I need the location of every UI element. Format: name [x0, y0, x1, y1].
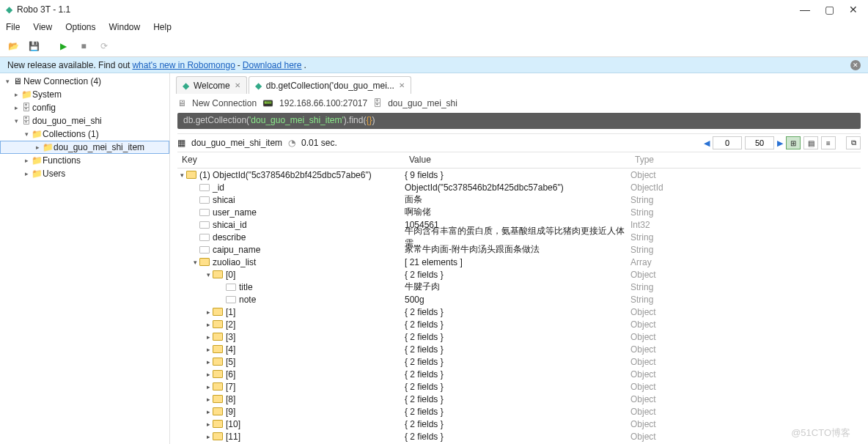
row-key: [3]: [226, 332, 235, 342]
notice-link-download[interactable]: Download here: [243, 60, 302, 70]
rotate-button[interactable]: ⟳: [95, 37, 113, 55]
tree-toggle-icon[interactable]: ▸: [204, 321, 213, 328]
tree-db[interactable]: ▾🗄dou_guo_mei_shi: [0, 114, 169, 127]
row-type: Object: [630, 382, 861, 392]
notice-link-whatsnew[interactable]: what's new in Robomongo: [132, 60, 235, 70]
grid-row[interactable]: ▸[4]{ 2 fields }Object: [177, 343, 861, 355]
row-type: ObjectId: [630, 182, 861, 193]
row-key: [7]: [226, 382, 235, 392]
grid-row[interactable]: ▸[2]{ 2 fields }Object: [177, 318, 861, 330]
tree-toggle-icon[interactable]: ▸: [204, 421, 213, 428]
tree-connection[interactable]: ▾🖥New Connection (4): [0, 75, 169, 88]
header-value[interactable]: Value: [405, 152, 630, 168]
tree-toggle-icon[interactable]: ▸: [204, 346, 213, 353]
maximize-button[interactable]: ▢: [825, 4, 834, 15]
tab-close-icon[interactable]: ✕: [235, 81, 240, 89]
close-button[interactable]: ✕: [849, 4, 858, 15]
grid-row[interactable]: ▸[6]{ 2 fields }Object: [177, 368, 861, 380]
grid-row[interactable]: ▸[10]{ 2 fields }Object: [177, 418, 861, 430]
obj-icon: [213, 432, 223, 440]
query-string: 'dou_guo_mei_shi_item': [249, 115, 344, 125]
save-button[interactable]: 💾: [25, 37, 43, 55]
header-key[interactable]: Key: [177, 152, 405, 168]
menu-view[interactable]: View: [33, 22, 52, 32]
tree-functions[interactable]: ▸📁Functions: [0, 154, 169, 167]
tab-welcome[interactable]: ◆Welcome✕: [176, 76, 247, 94]
disk-icon: 💾: [29, 41, 40, 51]
grid-row[interactable]: user_name啊瑜佬String: [177, 206, 861, 218]
row-type: Object: [630, 319, 861, 330]
grid-row[interactable]: shicai面条String: [177, 193, 861, 206]
run-button[interactable]: ▶: [54, 37, 72, 55]
grid-row[interactable]: ▸[5]{ 2 fields }Object: [177, 355, 861, 368]
tree-toggle-icon[interactable]: ▾: [177, 171, 186, 179]
grid-row[interactable]: ▸[9]{ 2 fields }Object: [177, 405, 861, 418]
tree-collection-item[interactable]: ▸📁dou_guo_mei_shi_item: [0, 141, 169, 154]
tree-toggle-icon[interactable]: ▸: [204, 371, 213, 378]
grid-row[interactable]: describe牛肉含有丰富的蛋白质，氨基酸组成等比猪肉更接近人体需...Str…: [177, 231, 861, 243]
breadcrumb-host: 192.168.66.100:27017: [279, 98, 367, 108]
tree-config[interactable]: ▸🗄config: [0, 101, 169, 114]
query-editor[interactable]: db.getCollection('dou_guo_mei_shi_item')…: [177, 113, 861, 129]
page-prev-button[interactable]: ◀: [704, 138, 710, 148]
row-value: { 9 fields }: [405, 170, 630, 180]
tree-toggle-icon[interactable]: ▾: [191, 259, 199, 266]
tree-toggle-icon[interactable]: ▸: [204, 433, 213, 440]
grid-row[interactable]: title牛腱子肉String: [177, 281, 861, 293]
row-value: 面条: [405, 193, 630, 206]
key-icon: [199, 184, 210, 191]
tree-toggle-icon[interactable]: ▸: [204, 358, 213, 366]
menu-options[interactable]: Options: [65, 22, 95, 32]
open-button[interactable]: 📂: [4, 37, 22, 55]
minimize-button[interactable]: —: [800, 4, 810, 15]
menu-window[interactable]: Window: [109, 22, 141, 32]
grid-row[interactable]: ▸[7]{ 2 fields }Object: [177, 380, 861, 393]
grid-row[interactable]: ▾[0]{ 2 fields }Object: [177, 268, 861, 281]
header-type[interactable]: Type: [630, 152, 861, 168]
view-text-button[interactable]: ≡: [821, 136, 836, 149]
tab-close-icon[interactable]: ✕: [399, 81, 405, 89]
tree-collections[interactable]: ▾📁Collections (1): [0, 127, 169, 141]
menu-help[interactable]: Help: [153, 22, 172, 32]
tree-toggle-icon[interactable]: ▾: [204, 271, 213, 278]
stop-button[interactable]: ■: [75, 37, 92, 55]
grid-row[interactable]: _idObjectId("5c378546b2bf425dbc57abe6")O…: [177, 181, 861, 193]
page-size-input[interactable]: [745, 136, 774, 149]
view-table-button[interactable]: ▤: [803, 136, 818, 149]
tree-system[interactable]: ▸📁System: [0, 88, 169, 101]
str-icon: [199, 234, 210, 241]
popout-button[interactable]: ⧉: [846, 136, 861, 149]
notice-suffix: .: [304, 60, 306, 70]
leaf-icon: ◆: [183, 81, 189, 91]
menu-file[interactable]: File: [6, 22, 20, 32]
view-tree-button[interactable]: ⊞: [786, 136, 801, 149]
grid-row[interactable]: ▸[11]{ 2 fields }Object: [177, 430, 861, 443]
tree-toggle-icon[interactable]: ▸: [204, 308, 213, 316]
row-key: [10]: [226, 419, 240, 429]
page-next-button[interactable]: ▶: [777, 138, 783, 148]
row-value: { 2 fields }: [405, 344, 630, 355]
grid-row[interactable]: ▾(1) ObjectId("5c378546b2bf425dbc57abe6"…: [177, 169, 861, 181]
menu-bar: File View Options Window Help: [0, 19, 868, 35]
row-value: { 2 fields }: [405, 332, 630, 342]
page-from-input[interactable]: [713, 136, 742, 149]
str-icon: [226, 284, 236, 291]
row-value: { 2 fields }: [405, 432, 630, 442]
tab-query[interactable]: ◆db.getCollection('dou_guo_mei...✕: [249, 76, 411, 94]
grid-row[interactable]: ▾zuoliao_list[ 21 elements ]Array: [177, 256, 861, 268]
grid-row[interactable]: caipu_name家常牛肉面-附牛肉汤头跟面条做法String: [177, 243, 861, 256]
tree-toggle-icon[interactable]: ▸: [204, 383, 213, 391]
row-type: String: [630, 207, 861, 218]
grid-row[interactable]: ▸[8]{ 2 fields }Object: [177, 393, 861, 405]
notice-close-icon[interactable]: ✕: [850, 60, 861, 70]
result-time: 0.01 sec.: [301, 138, 337, 148]
tree-users[interactable]: ▸📁Users: [0, 167, 169, 180]
obj-icon: [213, 420, 223, 428]
tree-toggle-icon[interactable]: ▸: [204, 396, 213, 403]
grid-row[interactable]: ▸[3]{ 2 fields }Object: [177, 330, 861, 343]
row-key: user_name: [213, 207, 257, 218]
grid-row[interactable]: note500gString: [177, 293, 861, 306]
tree-toggle-icon[interactable]: ▸: [204, 408, 213, 415]
tree-toggle-icon[interactable]: ▸: [204, 333, 213, 341]
grid-row[interactable]: ▸[1]{ 2 fields }Object: [177, 306, 861, 318]
